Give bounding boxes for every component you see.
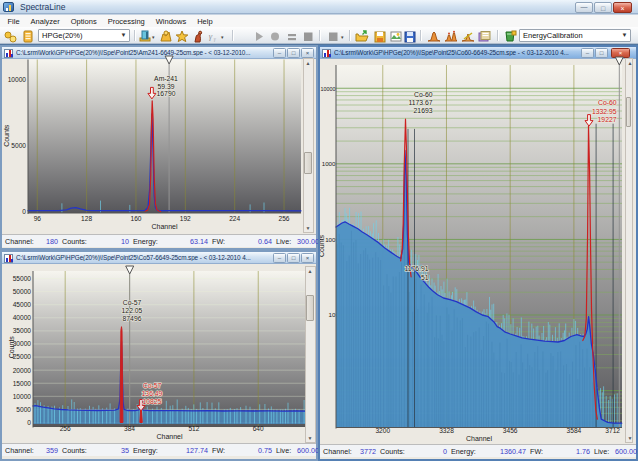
svg-text:Channel: Channel xyxy=(156,433,183,440)
export-image-icon[interactable] xyxy=(389,29,403,42)
toolbar-separator xyxy=(420,30,421,41)
detector-combo-arrow-icon[interactable]: ▼ xyxy=(119,31,128,40)
svg-text:256: 256 xyxy=(60,425,71,432)
acquire-stop-icon[interactable] xyxy=(301,29,315,42)
svg-text:20000: 20000 xyxy=(13,367,32,374)
scroll-down-icon[interactable]: ▼ xyxy=(304,224,312,232)
acquire-record-icon[interactable] xyxy=(268,29,282,42)
menu-item-analyzer[interactable]: Analyzer xyxy=(25,17,65,26)
detector-config-icon[interactable] xyxy=(4,29,18,42)
spectraline-app: SpectraLine — □ × FileAnalyzerOptionsPro… xyxy=(0,0,638,461)
scroll-down-icon[interactable]: ▼ xyxy=(626,434,634,442)
svg-text:100: 100 xyxy=(325,236,336,243)
svg-text:γ: γ xyxy=(214,36,217,42)
detector-combo-value: HPGe(20%) xyxy=(42,31,82,40)
peak-search-icon[interactable] xyxy=(427,29,441,42)
acquire-start-icon[interactable] xyxy=(252,29,266,42)
app-minimize-button[interactable]: — xyxy=(575,2,593,13)
gamma-analysis-icon[interactable]: γγ xyxy=(207,29,219,42)
dropdown-arrow-icon[interactable]: ▾ xyxy=(152,34,155,40)
status-value-energy: 127.74 xyxy=(148,446,208,455)
calibration-combo-value: EnergyCalibration xyxy=(523,31,583,40)
spectrum-window-2: C:\Lsrm\Work\GP\HPGe(20%)\!Spe\Point25\C… xyxy=(318,45,638,461)
svg-text:5000: 5000 xyxy=(16,406,31,413)
calibration-combo-arrow-icon[interactable]: ▼ xyxy=(620,31,629,40)
status-value-channel: 180 xyxy=(0,237,58,246)
background-subtract-icon[interactable] xyxy=(503,29,517,42)
spectrum-statusbar: Channel:3772Counts:0Energy:1360.47FW:1.7… xyxy=(320,444,636,457)
status-value-counts: 0 xyxy=(387,447,447,456)
svg-text:224: 224 xyxy=(229,215,240,222)
svg-text:Co-57136.4910825: Co-57136.4910825 xyxy=(142,382,163,405)
acquire-pause-icon[interactable] xyxy=(285,29,299,42)
svg-text:256: 256 xyxy=(278,215,289,222)
menu-item-options[interactable]: Options xyxy=(65,17,102,26)
menubar: FileAnalyzerOptionsProcessingWindowsHelp xyxy=(0,15,638,27)
calibration-combo[interactable]: EnergyCalibration▼ xyxy=(519,29,631,42)
save-all-icon[interactable] xyxy=(403,29,417,42)
status-value-channel: 359 xyxy=(0,446,58,455)
efficiency-calibration-icon[interactable] xyxy=(175,29,189,42)
menu-item-file[interactable]: File xyxy=(2,17,25,26)
svg-text:Counts: Counts xyxy=(8,336,15,359)
status-value-counts: 10 xyxy=(69,237,129,246)
spectrum-window-1: C:\Lsrm\Work\GP\HPGe(20%)\!Spe\Point25\C… xyxy=(0,250,318,461)
toolbar-separator xyxy=(319,30,320,41)
svg-text:3712: 3712 xyxy=(605,427,620,434)
menu-item-processing[interactable]: Processing xyxy=(102,17,150,26)
plot-vertical-scrollbar[interactable]: ▲▼ xyxy=(303,58,314,233)
measurement-journal-icon[interactable] xyxy=(21,29,35,42)
dropdown-arrow-icon[interactable]: ▾ xyxy=(221,34,224,40)
toolbar-separator xyxy=(134,30,135,41)
svg-text:0: 0 xyxy=(22,208,26,215)
report-view-icon[interactable] xyxy=(477,29,491,42)
svg-text:40000: 40000 xyxy=(13,314,32,321)
svg-text:Channel: Channel xyxy=(151,223,178,230)
nuclide-analysis-icon[interactable] xyxy=(191,29,205,42)
save-spectrum-icon[interactable] xyxy=(373,29,387,42)
scroll-up-icon[interactable]: ▲ xyxy=(306,267,314,275)
spectrum-plot-2[interactable]: Co-601173.6721693Co-601332.95192271176.9… xyxy=(320,47,636,444)
spectrometer-icon[interactable] xyxy=(138,29,152,42)
spectrum-statusbar: Channel:359Counts:35Energy:127.74FW:0.75… xyxy=(2,443,316,456)
menu-item-help[interactable]: Help xyxy=(192,17,218,26)
plot-vertical-scrollbar[interactable]: ▲▼ xyxy=(625,58,633,443)
sample-changer-icon[interactable] xyxy=(159,29,173,42)
svg-text:640: 640 xyxy=(253,425,264,432)
toolbar-separator xyxy=(232,30,233,41)
svg-text:5000: 5000 xyxy=(11,142,26,149)
status-value-counts: 35 xyxy=(69,446,129,455)
acquire-stop-all-icon[interactable] xyxy=(326,29,340,42)
status-value-live: 600.00 xyxy=(577,447,637,456)
svg-text:384: 384 xyxy=(124,425,135,432)
menu-item-windows[interactable]: Windows xyxy=(150,17,191,26)
scrollbar-thumb[interactable] xyxy=(306,295,314,321)
svg-text:3456: 3456 xyxy=(503,427,518,434)
svg-text:10000: 10000 xyxy=(13,393,32,400)
svg-text:30000: 30000 xyxy=(13,340,32,347)
svg-text:96: 96 xyxy=(34,215,42,222)
app-close-button[interactable]: × xyxy=(613,2,632,13)
detector-combo[interactable]: HPGe(20%)▼ xyxy=(38,29,130,42)
svg-text:25000: 25000 xyxy=(13,353,32,360)
scroll-down-icon[interactable]: ▼ xyxy=(306,434,314,442)
spectrum-plot-0[interactable]: Am-24159.3916790961281601922242560500010… xyxy=(2,47,316,234)
scrollbar-thumb[interactable] xyxy=(626,97,631,127)
plot-vertical-scrollbar[interactable]: ▲▼ xyxy=(305,266,316,443)
app-maximize-button[interactable]: □ xyxy=(594,2,612,13)
spectrum-plot-1[interactable]: Co-57122.0587496Co-57136.491082525638451… xyxy=(2,252,316,443)
scroll-up-icon[interactable]: ▲ xyxy=(626,59,634,67)
scroll-up-icon[interactable]: ▲ xyxy=(304,59,312,67)
multi-peak-search-icon[interactable] xyxy=(444,29,458,42)
app-icon xyxy=(3,2,14,12)
dropdown-arrow-icon[interactable]: ▾ xyxy=(341,34,344,40)
svg-text:160: 160 xyxy=(130,215,141,222)
svg-text:Am-24159.3916790: Am-24159.3916790 xyxy=(154,75,178,97)
peak-fit-icon[interactable] xyxy=(461,29,475,42)
status-value-channel: 3772 xyxy=(316,447,376,456)
svg-text:10000: 10000 xyxy=(8,76,27,83)
scrollbar-thumb[interactable] xyxy=(304,152,312,174)
open-spectrum-icon[interactable] xyxy=(355,29,369,42)
toolbar: HPGe(20%)▼▾γγ▾▾EnergyCalibration▼ xyxy=(0,27,638,44)
svg-text:3200: 3200 xyxy=(375,427,390,434)
